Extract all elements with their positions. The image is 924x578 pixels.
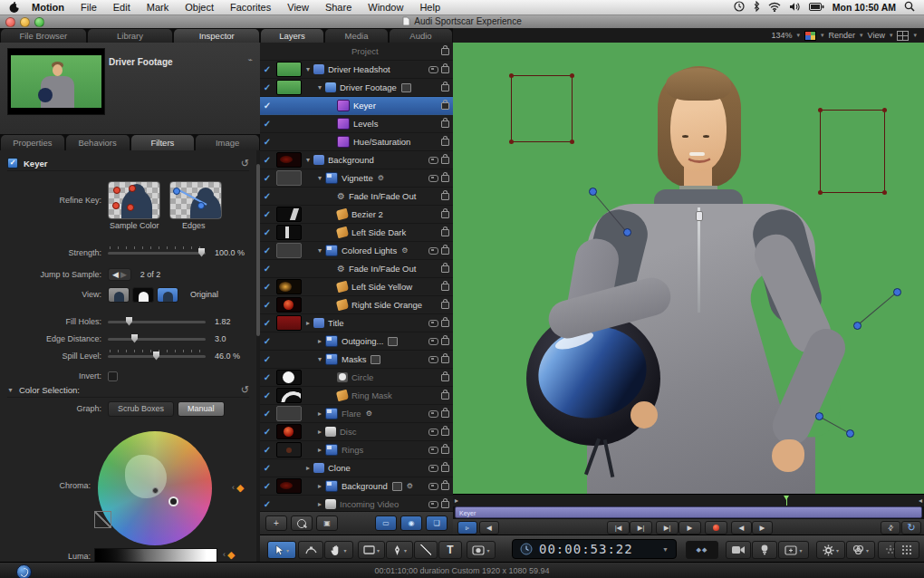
menu-facorites[interactable]: Facorites [222, 2, 279, 13]
no-color-swatch[interactable] [94, 511, 111, 528]
visibility-checkbox[interactable]: ✓ [260, 137, 274, 147]
menu-object[interactable]: Object [177, 2, 222, 13]
layer-name[interactable]: Masks [342, 354, 366, 364]
layer-row-fade-in-fade-out[interactable]: ✓⚙Fade In/Fade Out [260, 260, 453, 278]
sample-color-button[interactable] [108, 181, 160, 219]
bluetooth-icon[interactable] [753, 1, 760, 14]
layer-row-rings[interactable]: ✓▸Rings [260, 441, 453, 459]
battery-icon[interactable] [809, 2, 824, 13]
lock-icon[interactable] [441, 284, 449, 291]
visibility-checkbox[interactable]: ✓ [260, 463, 274, 473]
visibility-checkbox[interactable]: ✓ [260, 209, 274, 219]
disclosure-triangle[interactable]: ▸ [315, 482, 324, 490]
lock-icon[interactable] [441, 211, 449, 218]
tab-behaviors[interactable]: Behaviors [66, 135, 130, 150]
layer-row-circle[interactable]: ✓Circle [260, 369, 453, 387]
visibility-checkbox[interactable]: ✓ [260, 499, 274, 509]
layer-name[interactable]: Title [328, 318, 344, 328]
recents-icon[interactable] [734, 1, 745, 14]
disclosure-triangle[interactable]: ▸ [303, 464, 313, 472]
layer-row-driver-footage[interactable]: ✓▾Driver Footage [260, 79, 453, 97]
select-tool[interactable]: ▾ [267, 541, 296, 559]
lock-icon[interactable] [441, 102, 449, 110]
layer-name[interactable]: Driver Footage [340, 82, 397, 92]
disclosure-triangle[interactable]: ▸ [303, 319, 313, 327]
strength-slider[interactable] [108, 252, 206, 255]
tab-properties[interactable]: Properties [1, 135, 64, 150]
view-original-button[interactable] [157, 287, 178, 303]
lock-icon[interactable] [441, 193, 449, 200]
opacity-toggle[interactable]: ◉ [400, 515, 422, 531]
layer-name[interactable]: Levels [353, 119, 378, 129]
disclosure-triangle[interactable]: ▸ [315, 337, 324, 345]
lock-icon[interactable] [441, 392, 449, 400]
luma-keyframe-control[interactable]: ‹◆ [223, 550, 235, 559]
disclosure-triangle[interactable]: ▸ [315, 446, 324, 454]
lock-icon[interactable] [441, 302, 449, 309]
wifi-icon[interactable] [768, 2, 781, 14]
edge-pin[interactable] [846, 429, 854, 438]
visibility-checkbox[interactable]: ✓ [260, 390, 274, 400]
sample-scrub-box[interactable] [820, 110, 885, 193]
lock-icon[interactable] [441, 84, 449, 92]
replicator-button[interactable] [894, 541, 919, 559]
behavior-button[interactable]: ▾ [816, 541, 845, 559]
menu-motion[interactable]: Motion [24, 2, 72, 13]
layer-name[interactable]: Keyer [353, 101, 376, 111]
search-button[interactable] [291, 515, 313, 531]
layer-row-disc[interactable]: ✓▸Disc [260, 423, 453, 441]
mini-timeline-bar[interactable]: Keyer [455, 506, 922, 518]
zoom-window-button[interactable] [34, 17, 44, 27]
disclosure-triangle[interactable]: ▾ [315, 355, 324, 363]
layer-name[interactable]: Outgoing... [342, 336, 383, 346]
lock-icon[interactable] [441, 48, 449, 55]
layer-name[interactable]: Left Side Dark [351, 227, 406, 237]
view-composite-button[interactable] [108, 287, 130, 303]
visibility-checkbox[interactable]: ✓ [260, 64, 274, 74]
canvas[interactable] [453, 43, 924, 494]
play-range-button[interactable]: ▹ [457, 521, 477, 535]
sample-scrub-box[interactable] [511, 75, 573, 142]
view-matte-button[interactable] [132, 287, 154, 303]
layer-name[interactable]: Flare [342, 409, 361, 419]
gear-icon[interactable]: ⚙ [401, 246, 408, 255]
layer-row-flare[interactable]: ✓▸Flare⚙ [260, 405, 453, 423]
edge-distance-value[interactable]: 3.0 [215, 334, 226, 343]
layer-row-fade-in-fade-out[interactable]: ✓⚙Fade In/Fade Out [260, 188, 453, 206]
close-window-button[interactable] [5, 17, 15, 27]
layer-row-vignette[interactable]: ✓▾Vignette⚙ [260, 169, 453, 188]
lock-icon[interactable] [441, 229, 449, 236]
tab-filters[interactable]: Filters [131, 135, 195, 150]
tab-media[interactable]: Media [325, 29, 388, 43]
play-button[interactable]: ▶ [679, 521, 701, 535]
layer-row-keyer[interactable]: ✓Keyer [260, 97, 453, 115]
layer-name[interactable]: Background [328, 155, 374, 165]
chroma-keyframe-control[interactable]: ‹◆ [232, 483, 244, 492]
layer-name[interactable]: Background [342, 481, 388, 491]
disclosure-triangle[interactable]: ▾ [315, 83, 324, 92]
rect-tool[interactable]: ▾ [358, 541, 385, 559]
visibility-checkbox[interactable]: ✓ [260, 354, 274, 364]
monitor-toggle[interactable]: ▭ [375, 515, 397, 531]
disclosure-triangle[interactable]: ▾ [315, 174, 324, 182]
layer-name[interactable]: Circle [351, 372, 373, 382]
layer-name[interactable]: Colored Lights [342, 246, 397, 255]
preview-options-icon[interactable]: ⌁ [248, 55, 253, 64]
lock-icon[interactable] [441, 501, 449, 508]
layer-row-left-side-dark[interactable]: ✓Left Side Dark [260, 224, 453, 242]
gear-icon[interactable]: ⚙ [366, 409, 372, 418]
menu-view[interactable]: View [279, 2, 317, 13]
zoom-level[interactable]: 134% [772, 31, 793, 40]
edges-button[interactable] [169, 181, 222, 219]
layer-row-background[interactable]: ✓▸Background⚙ [260, 477, 453, 496]
strength-value[interactable]: 100.0 % [215, 248, 245, 257]
jump-next-button[interactable]: ▶ [120, 270, 127, 279]
lock-icon[interactable] [441, 374, 449, 381]
visibility-checkbox[interactable]: ✓ [260, 191, 274, 201]
chroma-point-marker[interactable] [168, 496, 178, 506]
layout-icon[interactable] [897, 31, 909, 41]
manual-button[interactable]: Manual [178, 401, 225, 417]
preview-thumbnail[interactable] [7, 48, 105, 115]
layer-row-left-side-yellow[interactable]: ✓Left Side Yellow [260, 278, 453, 296]
layer-row-title[interactable]: ✓▸Title [260, 314, 453, 332]
